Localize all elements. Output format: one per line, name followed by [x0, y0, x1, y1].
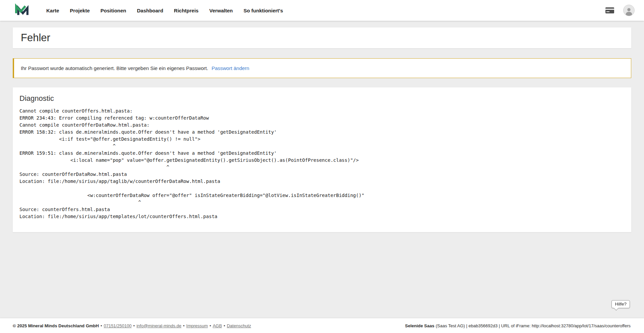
page-title: Fehler: [21, 32, 623, 44]
copyright-text: © 2025 Mineral Minds Deutschland GmbH: [13, 323, 99, 328]
change-password-link[interactable]: Passwort ändern: [212, 65, 250, 71]
page-title-card: Fehler: [13, 27, 631, 48]
payment-card-icon[interactable]: [605, 7, 614, 14]
separator: •: [210, 323, 211, 328]
person-icon: [624, 6, 634, 16]
brand-m-icon: [15, 3, 29, 17]
main-content: Fehler Ihr Passwort wurde automatisch ge…: [0, 21, 644, 318]
session-info: (Saas Test AG) | ebab356692d3 | URL of i…: [436, 323, 631, 328]
main-nav: Karte Projekte Positionen Dashboard Rich…: [46, 8, 283, 13]
separator: •: [183, 323, 185, 328]
nav-item-verwalten[interactable]: Verwalten: [209, 8, 233, 13]
impressum-link[interactable]: Impressum: [186, 323, 208, 328]
footer: © 2025 Mineral Minds Deutschland GmbH • …: [0, 318, 644, 333]
top-navbar: Karte Projekte Positionen Dashboard Rich…: [0, 0, 644, 21]
footer-right: Selenide Saas (Saas Test AG) | ebab35669…: [405, 323, 631, 328]
nav-item-dashboard[interactable]: Dashboard: [137, 8, 163, 13]
separator: •: [133, 323, 135, 328]
nav-item-karte[interactable]: Karte: [46, 8, 59, 13]
help-button[interactable]: Hilfe?: [611, 300, 630, 308]
nav-item-projekte[interactable]: Projekte: [70, 8, 90, 13]
email-link[interactable]: info@mineral-minds.de: [137, 323, 181, 328]
separator: •: [224, 323, 225, 328]
separator: •: [101, 323, 102, 328]
datenschutz-link[interactable]: Datenschutz: [227, 323, 251, 328]
nav-item-so-funktionierts[interactable]: So funktioniert's: [244, 8, 283, 13]
logo[interactable]: [15, 3, 29, 17]
help-label: Hilfe?: [615, 302, 627, 307]
nav-item-positionen[interactable]: Positionen: [101, 8, 126, 13]
diagnostic-output: Cannot compile counterOffers.html.pasta:…: [19, 108, 625, 220]
alert-message: Ihr Passwort wurde automatisch generiert…: [21, 65, 208, 71]
user-avatar[interactable]: [623, 5, 635, 16]
footer-left: © 2025 Mineral Minds Deutschland GmbH • …: [13, 323, 251, 328]
agb-link[interactable]: AGB: [213, 323, 222, 328]
diagnostic-title: Diagnostic: [19, 94, 625, 103]
account-name: Selenide Saas: [405, 323, 434, 328]
nav-item-richtpreis[interactable]: Richtpreis: [174, 8, 199, 13]
diagnostic-card: Diagnostic Cannot compile counterOffers.…: [13, 87, 631, 232]
password-alert: Ihr Passwort wurde automatisch generiert…: [13, 58, 631, 78]
phone-link[interactable]: 07151/250100: [104, 323, 131, 328]
navbar-right: [605, 5, 635, 16]
